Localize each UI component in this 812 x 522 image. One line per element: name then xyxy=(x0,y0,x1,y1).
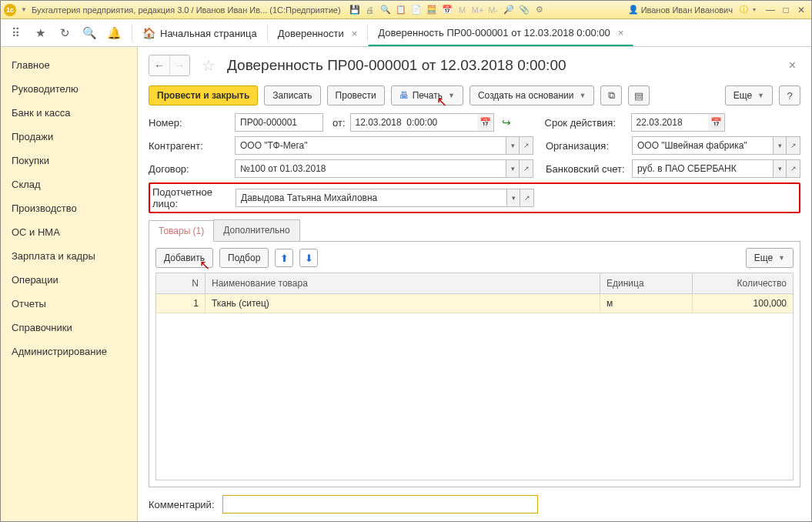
goods-table: N Наименование товара Единица Количество… xyxy=(155,273,794,480)
sidebar-item-warehouse[interactable]: Склад xyxy=(1,172,137,196)
app-logo: 1c xyxy=(4,4,16,16)
nav-forward[interactable]: → xyxy=(169,55,189,75)
post-button[interactable]: Провести xyxy=(327,85,385,105)
print-icon[interactable]: 🖨 xyxy=(364,4,376,16)
sidebar-item-directories[interactable]: Справочники xyxy=(1,316,137,340)
contract-input[interactable] xyxy=(235,159,506,178)
tab-home[interactable]: 🏠 Начальная страница xyxy=(132,19,267,46)
open-refs[interactable]: ↗ xyxy=(520,159,533,178)
close-icon[interactable]: × xyxy=(618,27,624,38)
bell-icon[interactable]: 🔔 xyxy=(107,26,121,40)
calendar-icon[interactable]: 📅 xyxy=(441,4,453,16)
more-label: Еще xyxy=(754,253,773,263)
info-icon[interactable]: ⓘ xyxy=(737,4,750,16)
pick-button[interactable]: Подбор xyxy=(219,248,269,268)
m-icon[interactable]: M xyxy=(456,4,469,16)
maximize-button[interactable]: □ xyxy=(779,4,793,16)
date-input[interactable] xyxy=(350,113,477,132)
sidebar-item-sales[interactable]: Продажи xyxy=(1,125,137,149)
col-qty[interactable]: Количество xyxy=(693,273,793,293)
move-down-button[interactable]: ⬇ xyxy=(299,249,318,267)
counterparty-input[interactable] xyxy=(235,136,506,155)
mplus-icon[interactable]: M+ xyxy=(472,4,484,16)
close-button[interactable]: ✕ xyxy=(794,4,808,16)
app-menu-dropdown[interactable]: ▼ xyxy=(19,5,28,15)
create-based-button[interactable]: Создать на основании ▼ xyxy=(469,85,594,105)
tab-extra[interactable]: Дополнительно xyxy=(213,219,299,241)
favorite-icon[interactable]: ★ xyxy=(33,26,47,40)
copy-icon[interactable]: 📋 xyxy=(395,4,407,16)
col-unit[interactable]: Единица xyxy=(600,273,693,293)
col-n[interactable]: N xyxy=(156,273,206,293)
person-input[interactable] xyxy=(236,189,506,207)
number-input[interactable] xyxy=(235,113,323,132)
save-icon[interactable]: 💾 xyxy=(349,4,361,16)
sidebar-item-main[interactable]: Главное xyxy=(1,53,137,77)
org-input[interactable] xyxy=(632,136,773,155)
navigation-sidebar: Главное Руководителю Банк и касса Продаж… xyxy=(1,47,138,521)
sidebar-item-operations[interactable]: Операции xyxy=(1,268,137,292)
more-button[interactable]: Еще ▼ xyxy=(725,85,773,105)
tab-goods[interactable]: Товары (1) xyxy=(149,220,214,242)
chevron-down-icon: ▼ xyxy=(579,92,586,99)
zoom-icon[interactable]: 🔎 xyxy=(503,4,515,16)
paste-icon[interactable]: 📄 xyxy=(410,4,423,16)
select-dropdown[interactable]: ▾ xyxy=(506,136,520,155)
select-dropdown[interactable]: ▾ xyxy=(773,136,787,155)
calendar-picker[interactable]: 📅 xyxy=(477,113,494,132)
mminus-icon[interactable]: M- xyxy=(487,4,500,16)
post-and-close-button[interactable]: Провести и закрыть xyxy=(149,85,258,105)
apps-icon[interactable]: ⠿ xyxy=(8,26,22,40)
calc-icon[interactable]: 🧮 xyxy=(426,4,438,16)
tab-document[interactable]: Доверенность ПР00-000001 от 12.03.2018 0… xyxy=(368,19,633,46)
add-button[interactable]: Добавить ↖ xyxy=(155,248,213,268)
user-display[interactable]: 👤 Иванов Иван Иванович xyxy=(628,5,733,15)
open-refs[interactable]: ↗ xyxy=(787,136,800,155)
history-icon[interactable]: ↻ xyxy=(58,26,72,40)
sidebar-item-salary[interactable]: Зарплата и кадры xyxy=(1,244,137,268)
save-button[interactable]: Записать xyxy=(264,85,320,105)
comment-input[interactable] xyxy=(222,495,538,514)
print-label: Печать xyxy=(413,90,443,101)
open-refs[interactable]: ↗ xyxy=(520,136,533,155)
params-icon[interactable]: ⚙ xyxy=(533,4,546,16)
person-label: Подотчетное лицо: xyxy=(152,186,231,209)
preview-icon[interactable]: 🔍 xyxy=(379,4,392,16)
clip-icon[interactable]: 📎 xyxy=(518,4,530,16)
sidebar-item-manager[interactable]: Руководителю xyxy=(1,77,137,101)
help-button[interactable]: ? xyxy=(779,85,800,105)
move-up-button[interactable]: ⬆ xyxy=(275,249,293,267)
table-row[interactable]: 1 Ткань (ситец) м 100,000 xyxy=(156,294,793,313)
tab-powerofattorneys[interactable]: Доверенности × xyxy=(268,19,368,46)
col-name[interactable]: Наименование товара xyxy=(206,273,600,293)
sidebar-item-assets[interactable]: ОС и НМА xyxy=(1,220,137,244)
print-button[interactable]: 🖶 Печать ▼ ↖ xyxy=(391,85,463,105)
based-label: Создать на основании xyxy=(478,90,574,101)
structure-button[interactable]: ⧉ xyxy=(600,85,622,105)
search-icon[interactable]: 🔍 xyxy=(82,26,96,40)
sidebar-item-production[interactable]: Производство xyxy=(1,196,137,220)
titlebar-tools: 💾 🖨 🔍 📋 📄 🧮 📅 M M+ M- 🔎 📎 ⚙ xyxy=(349,4,546,16)
select-dropdown[interactable]: ▾ xyxy=(506,189,520,207)
info-dropdown[interactable]: ▾ xyxy=(750,5,759,15)
select-dropdown[interactable]: ▾ xyxy=(506,159,520,178)
arrow-up-icon: ⬆ xyxy=(280,253,289,264)
sidebar-item-reports[interactable]: Отчеты xyxy=(1,292,137,316)
select-dropdown[interactable]: ▾ xyxy=(773,159,787,178)
bank-input[interactable] xyxy=(632,159,773,178)
open-refs[interactable]: ↗ xyxy=(520,189,534,207)
sidebar-item-admin[interactable]: Администрирование xyxy=(1,340,137,363)
sidebar-item-purchases[interactable]: Покупки xyxy=(1,149,137,172)
validity-input[interactable] xyxy=(631,113,708,132)
calendar-picker[interactable]: 📅 xyxy=(708,113,725,132)
close-icon[interactable]: × xyxy=(352,28,358,39)
nav-back[interactable]: ← xyxy=(149,55,169,75)
sidebar-item-bank[interactable]: Банк и касса xyxy=(1,101,137,125)
validity-label: Срок действия: xyxy=(545,117,627,129)
close-document[interactable]: × xyxy=(784,57,800,74)
open-refs[interactable]: ↗ xyxy=(787,159,800,178)
favorite-toggle[interactable]: ☆ xyxy=(199,56,218,75)
minimize-button[interactable]: — xyxy=(764,4,777,16)
panel-more-button[interactable]: Еще ▼ xyxy=(746,248,794,268)
list-button[interactable]: ▤ xyxy=(628,85,650,105)
